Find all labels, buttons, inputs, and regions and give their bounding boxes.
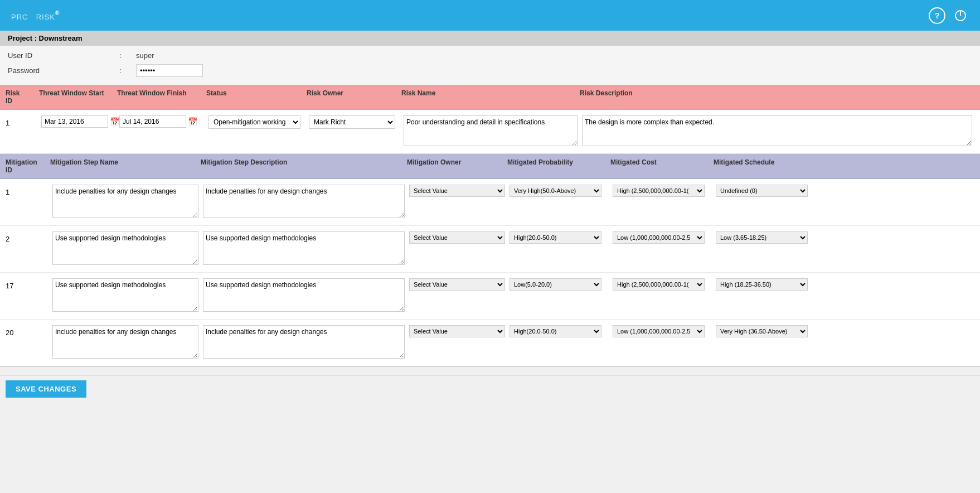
mit-prob-select-20[interactable]: High(20.0-50.0) Very High(50.0-Above) Lo…: [510, 325, 601, 337]
mit-desc-textarea-17[interactable]: Use supported design methodologies: [203, 278, 405, 312]
mit-desc-textarea-1[interactable]: Include penalties for any design changes: [203, 185, 405, 218]
mit-col-owner: Mitigation Owner: [407, 158, 507, 174]
mit-owner-select-1[interactable]: Select Value: [409, 185, 505, 197]
mit-id-1: 1: [6, 183, 50, 196]
mit-cell-name-2: Use supported design methodologies: [50, 230, 201, 268]
risk-cell-owner: Mark Richt John Smith Jane Doe: [307, 114, 401, 130]
mit-cell-schedule-2: Low (3.65-18.25) Undefined (0) High (18.…: [714, 230, 817, 245]
mit-name-textarea-20[interactable]: Include penalties for any design changes: [52, 325, 198, 359]
risk-cell-name: Poor understanding and detail in specifi…: [401, 114, 580, 149]
mitigation-table-header: MitigationID Mitigation Step Name Mitiga…: [0, 154, 980, 179]
mit-cost-select-2[interactable]: Low (1,000,000,000.00-2,5 High (2,500,00…: [613, 231, 705, 244]
mit-col-prob: Mitigated Probability: [507, 158, 610, 174]
mitigation-row-17: 17 Use supported design methodologies Us…: [0, 273, 980, 320]
mit-cell-desc-2: Use supported design methodologies: [201, 230, 407, 268]
logo-tm: ®: [55, 9, 60, 16]
user-id-colon: :: [119, 51, 136, 60]
mit-schedule-select-2[interactable]: Low (3.65-18.25) Undefined (0) High (18.…: [716, 231, 808, 244]
mit-cell-prob-17: Low(5.0-20.0) High(20.0-50.0) Very High(…: [507, 277, 610, 292]
mit-cell-name-20: Include penalties for any design changes: [50, 324, 201, 361]
owner-select[interactable]: Mark Richt John Smith Jane Doe: [309, 115, 395, 129]
password-value: [136, 64, 203, 77]
mit-col-cost: Mitigated Cost: [610, 158, 714, 174]
mit-prob-select-2[interactable]: High(20.0-50.0) Very High(50.0-Above) Lo…: [510, 231, 601, 244]
risk-col-start: Threat Window Start: [39, 89, 117, 105]
help-button[interactable]: ?: [929, 7, 945, 24]
threat-start-input[interactable]: [41, 115, 108, 128]
threat-finish-input[interactable]: [119, 115, 186, 128]
mit-cell-name-1: Include penalties for any design changes: [50, 183, 201, 221]
mit-prob-select-1[interactable]: Very High(50.0-Above) High(20.0-50.0) Lo…: [510, 185, 601, 197]
app-header: PRC RISK® ?: [0, 0, 980, 31]
mit-name-textarea-2[interactable]: Use supported design methodologies: [52, 231, 198, 265]
risk-col-status: Status: [206, 89, 307, 105]
mit-cell-desc-20: Include penalties for any design changes: [201, 324, 407, 361]
password-label: Password: [8, 66, 119, 75]
mit-schedule-select-20[interactable]: Very High (36.50-Above) Undefined (0) Lo…: [716, 325, 808, 337]
risk-row-id: 1: [6, 114, 39, 127]
mit-cell-cost-17: High (2,500,000,000.00-1( Low (1,000,000…: [610, 277, 714, 292]
risk-cell-status: Open-mitigation working Open Closed Open…: [206, 114, 307, 130]
risk-col-finish: Threat Window Finish: [117, 89, 206, 105]
risk-row: 1 📅 📅 Open-mitigation working Open Close…: [0, 110, 980, 154]
footer: SAVE CHANGES: [0, 375, 980, 402]
mit-cell-prob-20: High(20.0-50.0) Very High(50.0-Above) Lo…: [507, 324, 610, 339]
mit-cell-cost-1: High (2,500,000,000.00-1( Low (1,000,000…: [610, 183, 714, 198]
mit-name-textarea-1[interactable]: Include penalties for any design changes: [52, 185, 198, 218]
mit-cost-select-17[interactable]: High (2,500,000,000.00-1( Low (1,000,000…: [613, 278, 705, 291]
risk-cell-finish: 📅: [117, 114, 206, 129]
risk-col-desc: Risk Description: [580, 89, 974, 105]
project-label: Project : Downstream: [8, 34, 83, 42]
mit-owner-select-20[interactable]: Select Value: [409, 325, 505, 337]
mit-cell-owner-1: Select Value: [407, 183, 507, 198]
save-changes-button[interactable]: SAVE CHANGES: [6, 380, 86, 398]
mit-cell-schedule-20: Very High (36.50-Above) Undefined (0) Lo…: [714, 324, 817, 339]
risk-cell-desc: The design is more complex than expected…: [580, 114, 974, 149]
mit-owner-select-17[interactable]: Select Value: [409, 278, 505, 291]
mit-schedule-select-17[interactable]: High (18.25-36.50) Undefined (0) Low (3.…: [716, 278, 808, 291]
mit-id-2: 2: [6, 230, 50, 243]
risk-cell-start: 📅: [39, 114, 117, 129]
user-info-section: User ID : super Password :: [0, 46, 980, 85]
risk-col-owner: Risk Owner: [307, 89, 401, 105]
mit-desc-textarea-20[interactable]: Include penalties for any design changes: [203, 325, 405, 359]
mitigation-row-2: 2 Use supported design methodologies Use…: [0, 226, 980, 273]
horizontal-scrollbar[interactable]: [0, 366, 980, 375]
status-select[interactable]: Open-mitigation working Open Closed Open…: [208, 115, 300, 129]
risk-name-textarea[interactable]: Poor understanding and detail in specifi…: [404, 115, 578, 146]
mit-cost-select-20[interactable]: Low (1,000,000,000.00-2,5 High (2,500,00…: [613, 325, 705, 337]
mit-name-textarea-17[interactable]: Use supported design methodologies: [52, 278, 198, 312]
mit-cell-cost-2: Low (1,000,000,000.00-2,5 High (2,500,00…: [610, 230, 714, 245]
password-input[interactable]: [136, 64, 203, 77]
mit-cell-schedule-1: Undefined (0) Low (3.65-18.25) High (18.…: [714, 183, 817, 198]
power-button[interactable]: [952, 7, 969, 24]
risk-desc-textarea[interactable]: The design is more complex than expected…: [582, 115, 972, 146]
mit-desc-textarea-2[interactable]: Use supported design methodologies: [203, 231, 405, 265]
mit-owner-select-2[interactable]: Select Value: [409, 231, 505, 244]
mitigation-row-1: 1 Include penalties for any design chang…: [0, 179, 980, 226]
logo-prc: PRC: [11, 13, 28, 21]
password-colon: :: [119, 66, 136, 75]
mit-schedule-select-1[interactable]: Undefined (0) Low (3.65-18.25) High (18.…: [716, 185, 808, 197]
mit-col-name: Mitigation Step Name: [50, 158, 201, 174]
mit-cell-owner-2: Select Value: [407, 230, 507, 245]
mit-cell-schedule-17: High (18.25-36.50) Undefined (0) Low (3.…: [714, 277, 817, 292]
mit-cell-owner-20: Select Value: [407, 324, 507, 339]
mit-col-id: MitigationID: [6, 158, 50, 174]
user-id-value: super: [136, 51, 154, 60]
mit-col-schedule: Mitigated Schedule: [714, 158, 817, 174]
mit-cost-select-1[interactable]: High (2,500,000,000.00-1( Low (1,000,000…: [613, 185, 705, 197]
mit-cell-cost-20: Low (1,000,000,000.00-2,5 High (2,500,00…: [610, 324, 714, 339]
mit-cell-desc-17: Use supported design methodologies: [201, 277, 407, 315]
mit-cell-desc-1: Include penalties for any design changes: [201, 183, 407, 221]
header-icons: ?: [929, 7, 969, 24]
mit-cell-name-17: Use supported design methodologies: [50, 277, 201, 315]
calendar-finish-icon[interactable]: 📅: [188, 117, 197, 126]
risk-col-name: Risk Name: [401, 89, 580, 105]
user-id-label: User ID: [8, 51, 119, 60]
risk-col-id: RiskID: [6, 89, 39, 105]
mit-prob-select-17[interactable]: Low(5.0-20.0) High(20.0-50.0) Very High(…: [510, 278, 601, 291]
mit-cell-prob-1: Very High(50.0-Above) High(20.0-50.0) Lo…: [507, 183, 610, 198]
mitigation-row-20: 20 Include penalties for any design chan…: [0, 320, 980, 366]
mit-cell-prob-2: High(20.0-50.0) Very High(50.0-Above) Lo…: [507, 230, 610, 245]
